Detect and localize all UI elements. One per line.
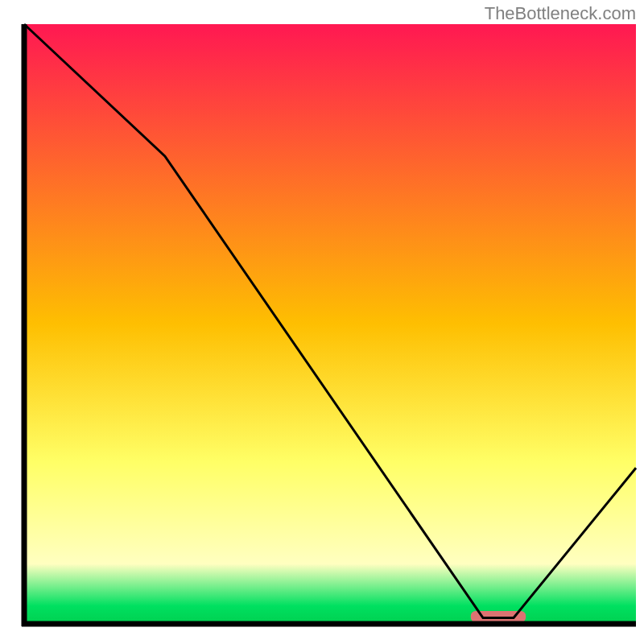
watermark-text: TheBottleneck.com — [485, 3, 636, 24]
gradient-background — [24, 24, 636, 624]
bottleneck-chart — [0, 0, 644, 644]
